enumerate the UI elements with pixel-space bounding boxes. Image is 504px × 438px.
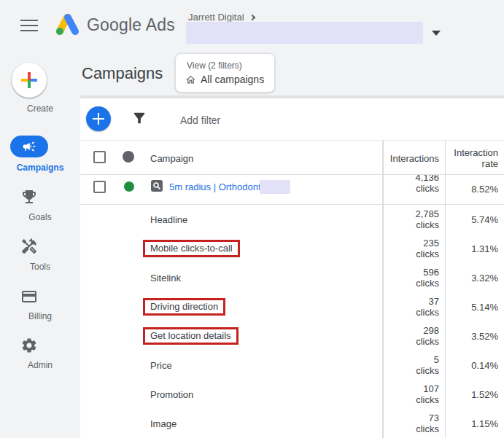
interactions-cell: 596 clicks (416, 267, 439, 289)
row-checkbox[interactable] (93, 181, 106, 193)
interaction-rate-cell: 3.32% (471, 273, 498, 283)
credit-card-icon (20, 288, 38, 305)
menu-icon[interactable] (20, 20, 38, 31)
view-filter-card[interactable]: View (2 filters) All campaigns (175, 53, 275, 93)
interaction-rate-cell: 5.74% (471, 214, 498, 225)
sidebar-item-label: Tools (0, 262, 80, 272)
interactions-unit: clicks (416, 365, 439, 376)
interactions-value: 5 (416, 354, 439, 365)
interactions-value: 596 (416, 267, 439, 278)
view-selected-value: All campaigns (201, 74, 264, 85)
page-title: Campaigns (82, 64, 163, 83)
filter-icon[interactable] (131, 110, 147, 126)
sidebar-item-label: Billing (0, 311, 80, 321)
interactions-cell: 5 clicks (416, 354, 439, 376)
interaction-rate-cell: 3.52% (471, 331, 498, 342)
sidebar-item-label: Create (0, 103, 80, 114)
column-header-campaign[interactable]: Campaign (150, 153, 193, 164)
interaction-rate-cell: 1.15% (471, 418, 498, 429)
interactions-cell: 107 clicks (416, 383, 439, 405)
redacted-account-name (186, 22, 423, 44)
interaction-rate-cell: 5.14% (471, 302, 498, 313)
asset-type-row[interactable]: Headline 2,785 clicks 5.74% (80, 205, 504, 234)
breadcrumb[interactable]: Jarrett Digital (188, 12, 255, 23)
interactions-value: 73 (416, 412, 439, 423)
interactions-value: 2,785 (415, 208, 439, 219)
sidebar-item-label: Admin (0, 360, 80, 370)
interactions-unit: clicks (416, 423, 439, 434)
interactions-unit: clicks (415, 219, 439, 230)
asset-type-label: Headline (150, 214, 187, 225)
interactions-cell: 37 clicks (416, 296, 439, 318)
interactions-value: 298 (416, 325, 439, 336)
interactions-value: 37 (416, 296, 439, 307)
asset-type-label: Image (150, 418, 177, 429)
asset-type-label: Price (150, 360, 172, 371)
google-ads-logo (51, 11, 80, 39)
megaphone-icon (22, 139, 36, 154)
interactions-cell: 4,136 clicks (415, 175, 439, 194)
sidebar: Create Campaigns Goals Tools Billing Adm… (0, 47, 80, 438)
plus-multicolor-icon (21, 72, 37, 88)
breadcrumb-label: Jarrett Digital (188, 12, 244, 23)
interactions-unit: clicks (415, 183, 439, 194)
interactions-value: 107 (416, 383, 439, 394)
sidebar-item-label: Goals (0, 212, 80, 222)
interactions-value: 4,136 (415, 175, 439, 183)
asset-type-label-annotated: Get location details (143, 327, 239, 345)
interactions-unit: clicks (416, 307, 439, 318)
asset-type-row[interactable]: Image 73 clicks 1.15% (80, 409, 504, 438)
create-button[interactable] (12, 63, 47, 98)
interaction-rate-cell: 1.52% (471, 389, 498, 400)
view-filters-label: View (2 filters) (187, 60, 242, 71)
interactions-unit: clicks (416, 278, 439, 289)
asset-type-label-annotated: Mobile clicks-to-call (143, 240, 240, 257)
table-header: Campaign Interactions Interaction rate (80, 140, 504, 175)
status-enabled-icon (124, 181, 134, 192)
add-campaign-button[interactable] (86, 106, 111, 131)
select-all-checkbox[interactable] (93, 151, 106, 163)
interaction-rate-cell: 8.52% (471, 184, 498, 195)
campaigns-active-pill[interactable] (10, 136, 48, 157)
account-dropdown-caret-icon[interactable] (432, 31, 441, 36)
asset-type-label: Sitelink (150, 273, 181, 283)
interactions-unit: clicks (416, 249, 439, 259)
status-column-icon (123, 151, 134, 163)
main-content: Add filter Campaign Interactions Interac… (80, 98, 504, 438)
interactions-cell: 298 clicks (416, 325, 439, 347)
asset-type-row[interactable]: Mobile clicks-to-call 235 clicks 1.31% (80, 234, 504, 263)
asset-type-row[interactable]: Driving direction 37 clicks 5.14% (80, 292, 504, 321)
search-campaign-icon (151, 180, 163, 192)
asset-type-row[interactable]: Price 5 clicks 0.14% (80, 351, 504, 380)
interactions-cell: 235 clicks (416, 238, 439, 259)
chevron-right-icon (249, 15, 255, 20)
brand-title: Google Ads (87, 15, 175, 35)
home-icon (185, 74, 196, 85)
sidebar-item-label: Campaigns (0, 163, 80, 173)
asset-type-label: Promotion (150, 389, 193, 400)
asset-type-label-annotated: Driving direction (143, 298, 225, 316)
asset-type-row[interactable]: Get location details 298 clicks 3.52% (80, 321, 504, 351)
interactions-cell: 73 clicks (416, 412, 439, 434)
gear-icon (20, 337, 38, 354)
asset-type-row[interactable]: Promotion 107 clicks 1.52% (80, 380, 504, 409)
column-header-interactions[interactable]: Interactions (390, 153, 439, 164)
interactions-value: 235 (416, 238, 439, 249)
interactions-unit: clicks (416, 336, 439, 347)
redacted-campaign-name-part (260, 180, 290, 194)
interaction-rate-cell: 0.14% (471, 360, 498, 371)
add-filter-button[interactable]: Add filter (180, 114, 220, 126)
handyman-icon (20, 238, 38, 255)
asset-type-row[interactable]: Sitelink 596 clicks 3.32% (80, 263, 504, 292)
campaign-row[interactable]: 5m radius | Orthodontist | 4,136 clicks … (80, 175, 504, 205)
column-header-interaction-rate[interactable]: Interaction rate (444, 147, 498, 169)
trophy-icon (20, 188, 38, 206)
interaction-rate-cell: 1.31% (471, 243, 498, 254)
interactions-cell: 2,785 clicks (415, 208, 439, 230)
interactions-unit: clicks (416, 394, 439, 405)
